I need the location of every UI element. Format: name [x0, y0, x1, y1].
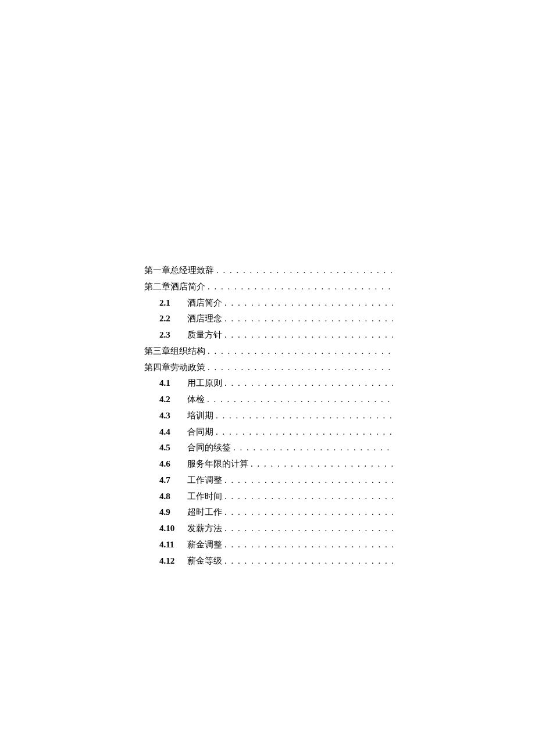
- toc-entry: 4.2 体检: [144, 392, 393, 408]
- toc-title: 质量方针: [187, 327, 222, 343]
- toc-number: 4.9: [159, 504, 180, 521]
- toc-entry: 4.12 薪金等级: [144, 553, 393, 569]
- toc-entry: 第一章总经理致辞: [144, 263, 393, 279]
- toc-title: 合同的续签: [187, 440, 231, 456]
- toc-title: 酒店简介: [187, 295, 222, 311]
- toc-entry: 4.6 服务年限的计算: [144, 456, 393, 472]
- toc-title: 第一章总经理致辞: [144, 263, 214, 279]
- toc-title: 工作时间: [187, 489, 222, 505]
- toc-title: 用工原则: [187, 375, 222, 392]
- toc-title: 第三章组织结构: [144, 343, 205, 360]
- toc-number: 4.12: [159, 553, 180, 569]
- toc-entry: 2.1 酒店简介: [144, 295, 393, 311]
- toc-entry: 4.5 合同的续签: [144, 440, 393, 456]
- toc-leader: [224, 295, 393, 311]
- toc-number: 4.10: [159, 521, 180, 537]
- toc-number: 4.8: [159, 489, 180, 505]
- toc-title: 发薪方法: [187, 521, 222, 537]
- toc-title: 薪金等级: [187, 553, 222, 569]
- toc-number: 4.5: [159, 440, 180, 456]
- toc-entry: 2.3 质量方针: [144, 327, 393, 343]
- toc-leader: [233, 440, 393, 456]
- toc-title: 第四章劳动政策: [144, 360, 205, 376]
- toc-title: 第二章酒店简介: [144, 279, 205, 295]
- toc-leader: [216, 263, 393, 279]
- toc-leader: [224, 375, 393, 392]
- toc-title: 合同期: [187, 424, 213, 440]
- toc-entry: 2.2 酒店理念: [144, 311, 393, 327]
- toc-entry: 4.8 工作时间: [144, 489, 393, 505]
- toc-leader: [207, 392, 393, 408]
- toc-entry: 4.9 超时工作: [144, 504, 393, 521]
- toc-entry: 4.11 薪金调整: [144, 537, 393, 553]
- toc-entry: 第四章劳动政策: [144, 360, 393, 376]
- toc-number: 4.7: [159, 472, 180, 489]
- toc-entry: 4.10 发薪方法: [144, 521, 393, 537]
- toc-title: 体检: [187, 392, 205, 408]
- toc-entry: 4.3 培训期: [144, 408, 393, 424]
- toc-entry: 4.1 用工原则: [144, 375, 393, 392]
- toc-leader: [251, 456, 393, 472]
- toc-leader: [224, 311, 393, 327]
- toc-leader: [224, 327, 393, 343]
- toc-number: 2.1: [159, 295, 180, 311]
- toc-leader: [216, 424, 393, 440]
- toc-leader: [216, 408, 393, 424]
- toc-leader: [208, 279, 393, 295]
- toc-entry: 第三章组织结构: [144, 343, 393, 360]
- toc-title: 超时工作: [187, 504, 222, 521]
- toc-leader: [208, 343, 393, 360]
- toc-entry: 第二章酒店简介: [144, 279, 393, 295]
- toc-entry: 4.4 合同期: [144, 424, 393, 440]
- toc-title: 服务年限的计算: [187, 456, 248, 472]
- toc-number: 4.3: [159, 408, 180, 424]
- toc-title: 工作调整: [187, 472, 222, 489]
- toc-number: 2.3: [159, 327, 180, 343]
- toc-entry: 4.7 工作调整: [144, 472, 393, 489]
- toc-leader: [224, 537, 393, 553]
- toc-number: 4.2: [159, 392, 180, 408]
- toc-number: 4.1: [159, 375, 180, 392]
- toc-leader: [224, 472, 393, 489]
- toc-leader: [224, 553, 393, 569]
- toc-number: 2.2: [159, 311, 180, 327]
- toc-leader: [224, 489, 393, 505]
- toc-leader: [224, 521, 393, 537]
- toc-title: 薪金调整: [187, 537, 222, 553]
- toc-container: 第一章总经理致辞 第二章酒店简介 2.1 酒店简介 2.2 酒店理念 2.3 质…: [144, 263, 393, 569]
- toc-number: 4.4: [159, 424, 180, 440]
- toc-leader: [208, 360, 393, 376]
- toc-number: 4.6: [159, 456, 180, 472]
- toc-number: 4.11: [159, 537, 180, 553]
- toc-title: 酒店理念: [187, 311, 222, 327]
- toc-title: 培训期: [187, 408, 213, 424]
- toc-leader: [224, 504, 393, 521]
